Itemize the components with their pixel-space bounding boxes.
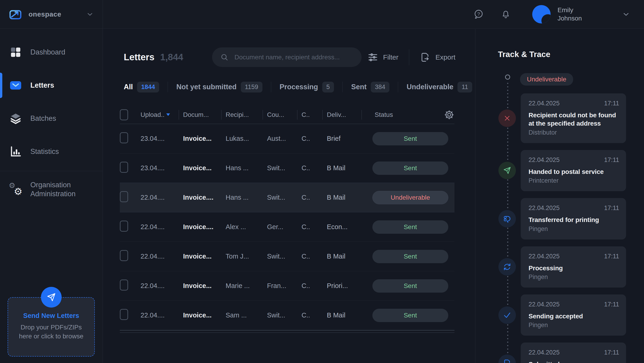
column-document[interactable]: Docum... [183, 111, 226, 118]
cell-upload-date: 22.04.... [140, 252, 183, 260]
cell-delivery: Priori... [327, 282, 366, 290]
event-title: Sending accepted [528, 312, 619, 320]
sidebar-item-label: Organisation Administration [30, 180, 83, 198]
sidebar-item-label: Batches [30, 114, 56, 123]
column-upload[interactable]: Upload.. [140, 111, 183, 118]
cell-c: C.. [302, 194, 327, 201]
table-settings-gear-icon[interactable] [444, 110, 454, 120]
tab-processing[interactable]: Processing 5 [280, 82, 334, 92]
status-badge: Sent [372, 162, 448, 175]
layers-icon [9, 112, 22, 125]
row-checkbox[interactable] [120, 309, 128, 320]
tab-all[interactable]: All 1844 [124, 82, 159, 92]
row-checkbox[interactable] [120, 280, 128, 290]
row-checkbox[interactable] [120, 191, 128, 202]
status-badge: Sent [372, 132, 448, 146]
filter-button[interactable]: Filter [368, 52, 398, 62]
search-icon [220, 53, 228, 62]
event-card: 22.04.2025 17:11 Handed to postal servic… [521, 150, 626, 191]
cell-recipient: Tom J... [226, 252, 267, 260]
row-checkbox[interactable] [120, 162, 128, 173]
notifications-bell-icon[interactable] [500, 9, 511, 20]
cell-document: Invoice... [183, 252, 226, 260]
grid-icon [9, 45, 22, 59]
event-title: Handed to postal service [528, 168, 619, 176]
column-country[interactable]: Cou... [267, 111, 302, 118]
export-label: Export [436, 53, 456, 61]
topbar-actions: ? Emily Johnson [457, 5, 644, 24]
status-badge: Sent [372, 309, 448, 322]
tab-count-badge: 384 [371, 82, 390, 92]
event-date: 22.04.2025 [528, 156, 560, 164]
cell-c: C.. [302, 135, 327, 142]
tab-sent[interactable]: Sent 384 [351, 82, 390, 92]
column-status[interactable]: Status [366, 111, 454, 118]
table-row[interactable]: 23.04.... Invoice... Hans ... Swit... C.… [120, 154, 454, 183]
column-c[interactable]: C.. [302, 111, 327, 118]
cell-upload-date: 23.04.... [140, 135, 183, 142]
tab-separator [168, 82, 168, 92]
sidebar-item-dashboard[interactable]: Dashboard [0, 36, 102, 69]
gears-icon: ⚙⚙ [9, 183, 22, 196]
row-checkbox[interactable] [120, 220, 128, 232]
sidebar-item-label: Letters [30, 81, 54, 90]
letters-table: Upload.. Docum... Recipi... Cou... C.. D… [120, 106, 454, 330]
cell-upload-date: 22.04.... [140, 282, 183, 290]
cell-recipient: Marie ... [226, 282, 267, 290]
tab-not-yet-submitted[interactable]: Not yet submitted 1159 [176, 82, 262, 92]
table-row[interactable]: 22.04.... Invoice... Tom J... Swit... C.… [120, 242, 454, 271]
tab-undeliverable[interactable]: Undeliverable 11 [407, 82, 472, 92]
event-date: 22.04.2025 [528, 204, 560, 212]
event-card: 22.04.2025 17:11 Transferred for printin… [521, 198, 626, 239]
cell-document: Invoice.... [183, 194, 226, 201]
event-time: 17:11 [604, 301, 619, 308]
sidebar-item-letters[interactable]: Letters [0, 69, 102, 102]
filter-label: Filter [383, 53, 398, 61]
timeline-events: 22.04.2025 17:11 Recipient could not be … [521, 94, 626, 363]
sidebar-item-batches[interactable]: Batches [0, 102, 102, 135]
sidebar-item-statistics[interactable]: Statistics [0, 135, 102, 168]
tab-count-badge: 11 [458, 82, 472, 92]
cell-country: Ger... [267, 223, 302, 231]
cell-recipient: Hans ... [226, 194, 267, 201]
table-row[interactable]: 22.04.... Invoice.... Alex ... Ger... C.… [120, 212, 454, 242]
track-trace-title: Track & Trace [498, 50, 644, 59]
column-recipient[interactable]: Recipi... [226, 111, 267, 118]
table-row[interactable]: 22.04.... Invoice... Sam ... Swit... C..… [120, 301, 454, 330]
cell-upload-date: 22.04.... [140, 223, 183, 231]
table-row[interactable]: 22.04.... Invoice... Marie ... Fran... C… [120, 271, 454, 301]
table-row[interactable]: 23.04.... Invoice... Lukas... Aust... C.… [120, 124, 454, 154]
dropzone-title: Send New Letters [8, 312, 94, 320]
tab-separator [342, 82, 343, 92]
event-source: Pingen [528, 226, 619, 232]
sidebar-item-label: Statistics [30, 147, 59, 156]
cell-recipient: Sam ... [226, 312, 267, 319]
event-card: 22.04.2025 17:11 Recipient could not be … [521, 94, 626, 143]
avatar[interactable] [532, 5, 550, 24]
sidebar-item-organisation-administration[interactable]: ⚙⚙ Organisation Administration [0, 171, 102, 208]
event-card: 22.04.2025 17:11 Submitted Pingen [521, 342, 626, 363]
workspace-switcher[interactable]: onespace [0, 0, 103, 28]
event-date: 22.04.2025 [528, 349, 560, 356]
upload-dropzone[interactable]: Send New Letters Drop your PDFs/ZIPs her… [8, 297, 95, 356]
row-checkbox[interactable] [120, 132, 128, 143]
track-status-badge: Undeliverable [520, 73, 573, 86]
search-input[interactable] [234, 54, 353, 61]
export-button[interactable]: Export [420, 52, 456, 62]
table-row[interactable]: 22.04.... Invoice.... Hans ... Swit... C… [120, 183, 454, 212]
search-bar [212, 48, 362, 67]
timeline-start-dot [505, 74, 510, 80]
cell-country: Swit... [267, 194, 302, 201]
column-delivery[interactable]: Deliv... [327, 111, 366, 118]
cell-c: C.. [302, 223, 327, 231]
user-menu-chevron-icon[interactable] [622, 10, 630, 18]
row-checkbox[interactable] [120, 250, 128, 261]
cell-upload-date: 23.04.... [140, 164, 183, 172]
select-all-checkbox[interactable] [120, 109, 128, 120]
cell-document: Invoice... [183, 135, 226, 142]
help-icon[interactable]: ? [473, 9, 484, 20]
tab-count-badge: 1844 [137, 82, 159, 92]
x-icon [498, 110, 516, 127]
cell-delivery: B Mail [327, 252, 366, 260]
cell-recipient: Hans ... [226, 164, 267, 172]
